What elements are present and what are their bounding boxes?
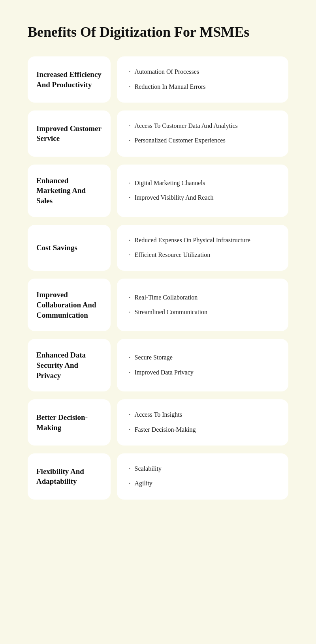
benefit-point-customer-service-0: ·Access To Customer Data And Analytics bbox=[129, 122, 276, 131]
benefit-title-card-customer-service: Improved Customer Service bbox=[28, 110, 111, 157]
benefit-title-card-collaboration: Improved Collaboration And Communication bbox=[28, 279, 111, 331]
benefit-detail-card-decision-making: ·Access To Insights·Faster Decision-Maki… bbox=[117, 399, 288, 446]
benefit-row-cost-savings: Cost Savings·Reduced Expenses On Physica… bbox=[28, 225, 288, 271]
benefit-title-card-flexibility: Flexibility And Adaptability bbox=[28, 453, 111, 500]
bullet-icon: · bbox=[129, 464, 131, 474]
benefit-row-marketing: Enhanced Marketing And Sales·Digital Mar… bbox=[28, 165, 288, 217]
benefit-title-card-security: Enhanced Data Security And Privacy bbox=[28, 339, 111, 391]
benefit-point-text-cost-savings-1: Efficient Resource Utilization bbox=[135, 251, 211, 259]
benefit-title-card-efficiency: Increased Efficiency And Productivity bbox=[28, 56, 111, 103]
bullet-icon: · bbox=[129, 425, 131, 434]
benefit-row-security: Enhanced Data Security And Privacy·Secur… bbox=[28, 339, 288, 391]
benefit-point-text-collaboration-0: Real-Time Collaboration bbox=[135, 293, 198, 302]
benefit-point-text-efficiency-1: Reduction In Manual Errors bbox=[135, 82, 206, 91]
benefit-point-customer-service-1: ·Personalized Customer Experiences bbox=[129, 136, 276, 145]
bullet-icon: · bbox=[129, 410, 131, 419]
benefit-point-cost-savings-1: ·Efficient Resource Utilization bbox=[129, 251, 276, 260]
benefit-title-collaboration: Improved Collaboration And Communication bbox=[36, 290, 102, 320]
bullet-icon: · bbox=[129, 293, 131, 302]
benefit-point-collaboration-1: ·Streamlined Communication bbox=[129, 308, 276, 317]
bullet-icon: · bbox=[129, 82, 131, 92]
benefit-title-customer-service: Improved Customer Service bbox=[36, 124, 102, 144]
benefit-title-efficiency: Increased Efficiency And Productivity bbox=[36, 69, 102, 90]
benefit-point-decision-making-0: ·Access To Insights bbox=[129, 410, 276, 419]
benefit-point-text-flexibility-0: Scalability bbox=[135, 464, 162, 473]
benefit-detail-card-security: ·Secure Storage·Improved Data Privacy bbox=[117, 339, 288, 391]
bullet-icon: · bbox=[129, 479, 131, 488]
benefit-point-text-customer-service-1: Personalized Customer Experiences bbox=[135, 136, 226, 145]
benefit-detail-card-collaboration: ·Real-Time Collaboration·Streamlined Com… bbox=[117, 279, 288, 331]
benefit-point-security-1: ·Improved Data Privacy bbox=[129, 368, 276, 377]
bullet-icon: · bbox=[129, 179, 131, 188]
benefit-row-collaboration: Improved Collaboration And Communication… bbox=[28, 279, 288, 331]
benefit-point-security-0: ·Secure Storage bbox=[129, 353, 276, 362]
benefit-title-card-cost-savings: Cost Savings bbox=[28, 225, 111, 271]
benefit-detail-card-efficiency: ·Automation Of Processes·Reduction In Ma… bbox=[117, 56, 288, 103]
benefit-point-decision-making-1: ·Faster Decision-Making bbox=[129, 425, 276, 434]
page-title: Benefits Of Digitization For MSMEs bbox=[28, 24, 288, 41]
benefit-row-decision-making: Better Decision-Making·Access To Insight… bbox=[28, 399, 288, 446]
benefit-row-flexibility: Flexibility And Adaptability·Scalability… bbox=[28, 453, 288, 500]
bullet-icon: · bbox=[129, 136, 131, 145]
benefit-title-card-marketing: Enhanced Marketing And Sales bbox=[28, 165, 111, 217]
bullet-icon: · bbox=[129, 67, 131, 77]
benefit-title-cost-savings: Cost Savings bbox=[36, 243, 77, 253]
benefit-row-efficiency: Increased Efficiency And Productivity·Au… bbox=[28, 56, 288, 103]
benefit-row-customer-service: Improved Customer Service·Access To Cust… bbox=[28, 110, 288, 157]
benefit-point-text-security-1: Improved Data Privacy bbox=[135, 368, 194, 377]
benefits-list: Increased Efficiency And Productivity·Au… bbox=[28, 56, 288, 500]
bullet-icon: · bbox=[129, 308, 131, 317]
benefit-detail-card-customer-service: ·Access To Customer Data And Analytics·P… bbox=[117, 110, 288, 157]
benefit-point-flexibility-0: ·Scalability bbox=[129, 464, 276, 474]
benefit-point-cost-savings-0: ·Reduced Expenses On Physical Infrastruc… bbox=[129, 236, 276, 245]
benefit-title-flexibility: Flexibility And Adaptability bbox=[36, 466, 102, 487]
bullet-icon: · bbox=[129, 236, 131, 245]
benefit-point-text-cost-savings-0: Reduced Expenses On Physical Infrastruct… bbox=[135, 236, 250, 245]
benefit-point-efficiency-1: ·Reduction In Manual Errors bbox=[129, 82, 276, 92]
benefit-point-text-efficiency-0: Automation Of Processes bbox=[135, 67, 199, 76]
benefit-point-text-collaboration-1: Streamlined Communication bbox=[135, 308, 207, 316]
benefit-point-text-customer-service-0: Access To Customer Data And Analytics bbox=[135, 122, 238, 130]
benefit-point-text-marketing-1: Improved Visibility And Reach bbox=[135, 193, 214, 202]
benefit-title-decision-making: Better Decision-Making bbox=[36, 412, 102, 432]
bullet-icon: · bbox=[129, 368, 131, 377]
bullet-icon: · bbox=[129, 353, 131, 362]
benefit-title-marketing: Enhanced Marketing And Sales bbox=[36, 176, 102, 206]
benefit-point-text-decision-making-0: Access To Insights bbox=[135, 410, 182, 419]
benefit-detail-card-cost-savings: ·Reduced Expenses On Physical Infrastruc… bbox=[117, 225, 288, 271]
bullet-icon: · bbox=[129, 193, 131, 202]
benefit-point-flexibility-1: ·Agility bbox=[129, 479, 276, 488]
bullet-icon: · bbox=[129, 251, 131, 260]
benefit-detail-card-flexibility: ·Scalability·Agility bbox=[117, 453, 288, 500]
bullet-icon: · bbox=[129, 122, 131, 131]
benefit-title-card-decision-making: Better Decision-Making bbox=[28, 399, 111, 446]
benefit-point-text-decision-making-1: Faster Decision-Making bbox=[135, 425, 196, 434]
benefit-point-text-flexibility-1: Agility bbox=[135, 479, 152, 488]
benefit-point-collaboration-0: ·Real-Time Collaboration bbox=[129, 293, 276, 302]
benefit-point-text-marketing-0: Digital Marketing Channels bbox=[135, 179, 205, 187]
benefit-point-text-security-0: Secure Storage bbox=[135, 353, 173, 362]
benefit-point-marketing-0: ·Digital Marketing Channels bbox=[129, 179, 276, 188]
benefit-point-efficiency-0: ·Automation Of Processes bbox=[129, 67, 276, 77]
benefit-detail-card-marketing: ·Digital Marketing Channels·Improved Vis… bbox=[117, 165, 288, 217]
benefit-title-security: Enhanced Data Security And Privacy bbox=[36, 350, 102, 380]
benefit-point-marketing-1: ·Improved Visibility And Reach bbox=[129, 193, 276, 202]
